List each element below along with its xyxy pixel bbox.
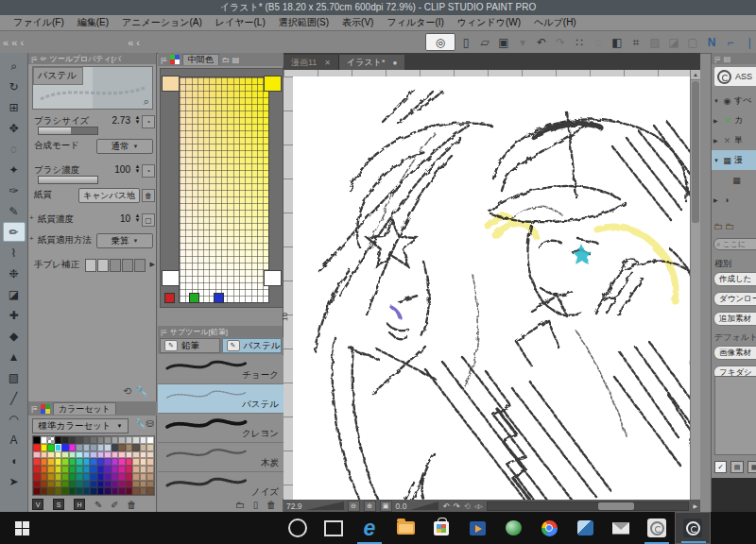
color-swatch[interactable] — [146, 436, 154, 444]
color-swatch[interactable] — [104, 473, 112, 481]
zoom-in-icon[interactable]: ⊕ — [364, 501, 376, 512]
clip-studio-launcher-icon[interactable] — [639, 512, 675, 544]
color-swatch[interactable] — [61, 451, 69, 459]
expand-right-icon[interactable]: ▶ — [150, 261, 155, 268]
color-swatch[interactable] — [90, 466, 97, 473]
color-swatch[interactable] — [132, 458, 140, 466]
color-swatch[interactable] — [118, 444, 126, 451]
edge-browser-icon[interactable]: e — [352, 512, 387, 544]
color-swatch[interactable] — [69, 436, 77, 444]
property-end-icon[interactable]: ▢ — [142, 213, 155, 227]
menu-item-3[interactable]: レイヤー(L) — [215, 16, 266, 29]
frame-tool-icon[interactable]: ➤ — [3, 471, 26, 491]
document-tab-0[interactable]: 漫画11✕ — [284, 55, 339, 70]
fill-tool-icon[interactable]: ▲ — [3, 347, 26, 366]
deselect-icon[interactable]: ∷ — [571, 34, 588, 50]
tab-color-history-icon[interactable]: ▤ — [232, 56, 240, 64]
rotate-left-icon[interactable]: ↶ — [442, 502, 449, 511]
color-swatch[interactable] — [55, 451, 62, 459]
subtool-tab-0[interactable]: ✎鉛筆 — [160, 338, 220, 353]
expand-icon[interactable]: + — [29, 213, 34, 222]
color-swatch[interactable] — [90, 481, 97, 488]
start-button[interactable] — [0, 512, 43, 544]
color-swatch[interactable] — [55, 481, 62, 488]
rgb-swatch-0[interactable] — [164, 293, 175, 303]
pen-tool-icon[interactable]: ✎ — [3, 201, 26, 221]
subtool-item-0[interactable]: チョーク — [158, 355, 284, 384]
drawing-canvas[interactable] — [293, 76, 700, 504]
close-icon[interactable]: ✕ — [324, 59, 331, 67]
rgb-swatch-2[interactable] — [214, 293, 224, 303]
color-swatch[interactable] — [41, 487, 48, 495]
color-swatch[interactable] — [33, 481, 41, 488]
clear-icon[interactable]: ▨ — [646, 34, 663, 50]
chrome-browser-icon[interactable] — [531, 512, 567, 544]
color-swatch[interactable] — [132, 444, 140, 451]
rotate-canvas-icon[interactable]: ↻ — [3, 76, 26, 96]
color-swatch[interactable] — [112, 436, 119, 444]
color-swatch[interactable] — [126, 436, 133, 444]
property-slider[interactable] — [38, 127, 98, 135]
corner-swatch-bottom-left[interactable] — [162, 270, 180, 286]
menu-item-2[interactable]: アニメーション(A) — [122, 16, 202, 29]
eyedropper-icon[interactable]: ✑ — [3, 180, 26, 200]
corner-swatch-top-right[interactable] — [264, 76, 282, 92]
color-swatch[interactable] — [97, 444, 105, 451]
clip-studio-paint-icon[interactable] — [675, 512, 711, 544]
color-swatch[interactable] — [47, 466, 55, 473]
menu-item-4[interactable]: 選択範囲(S) — [279, 16, 329, 29]
canvas-horizontal-scrollbar[interactable] — [487, 502, 689, 511]
move-tool-icon[interactable]: ⊞ — [3, 97, 26, 117]
scrollbar-thumb[interactable] — [692, 81, 699, 223]
line-tool-icon[interactable]: ╱ — [3, 388, 26, 408]
color-swatch[interactable] — [55, 487, 62, 495]
color-swatch[interactable] — [83, 473, 91, 481]
color-swatch[interactable] — [126, 473, 133, 481]
color-swatch[interactable] — [61, 481, 69, 488]
color-swatch[interactable] — [55, 436, 62, 444]
material-tree-item-3[interactable]: ▼▦漫 — [712, 150, 756, 170]
menu-item-8[interactable]: ヘルプ(H) — [534, 16, 576, 29]
materials-header[interactable]: |≡ ▤ — [712, 53, 756, 64]
property-end-icon[interactable]: ◔ — [142, 115, 155, 128]
tree-arrow-icon[interactable]: ▶ — [713, 196, 720, 203]
color-swatch[interactable] — [126, 487, 133, 495]
nav-arrows-icon[interactable]: ◁▷ — [474, 502, 483, 509]
zoom-tool-icon[interactable]: ⌕ — [3, 56, 26, 76]
eraser-tool-icon[interactable]: ◪ — [3, 284, 26, 304]
property-dropdown[interactable]: 乗算▼ — [96, 233, 153, 248]
color-swatch[interactable] — [146, 487, 154, 495]
color-swatch[interactable] — [76, 473, 83, 481]
color-swatch[interactable] — [69, 458, 77, 466]
color-swatch[interactable] — [33, 487, 41, 495]
color-swatch[interactable] — [104, 481, 112, 488]
color-swatch[interactable] — [104, 444, 112, 451]
stabilization-level-4[interactable] — [134, 259, 146, 272]
fill-icon[interactable]: ◧ — [609, 34, 626, 50]
color-swatch[interactable] — [104, 466, 112, 473]
color-swatch[interactable] — [90, 444, 97, 451]
grid-view-icon[interactable]: ▦ — [747, 461, 756, 473]
color-swatch[interactable] — [41, 458, 48, 466]
color-swatch[interactable] — [126, 481, 133, 488]
color-swatch[interactable] — [104, 458, 112, 466]
color-swatch[interactable] — [61, 444, 69, 451]
color-swatch[interactable] — [55, 458, 62, 466]
subtool-item-3[interactable]: 木炭 — [158, 443, 284, 472]
color-swatch[interactable] — [76, 481, 83, 488]
color-swatch[interactable] — [132, 466, 140, 473]
property-slider[interactable] — [38, 176, 98, 184]
color-swatch[interactable] — [118, 451, 126, 459]
color-swatch[interactable] — [146, 481, 154, 488]
color-swatch[interactable] — [140, 451, 147, 459]
snap-ruler-icon[interactable]: N — [703, 34, 720, 50]
tree-arrow-icon[interactable]: ▼ — [713, 98, 720, 104]
menu-item-7[interactable]: ウィンドウ(W) — [457, 16, 521, 29]
windows-store-icon[interactable] — [423, 512, 459, 544]
file-explorer-icon[interactable] — [387, 512, 423, 544]
snap-curve-icon[interactable]: ⌐ — [722, 34, 739, 50]
hsv-button-h[interactable]: H — [74, 499, 85, 510]
tree-arrow-icon[interactable]: ▼ — [713, 158, 720, 163]
stepper-icon[interactable]: ▲▼ — [133, 115, 142, 126]
color-swatch[interactable] — [69, 444, 77, 451]
